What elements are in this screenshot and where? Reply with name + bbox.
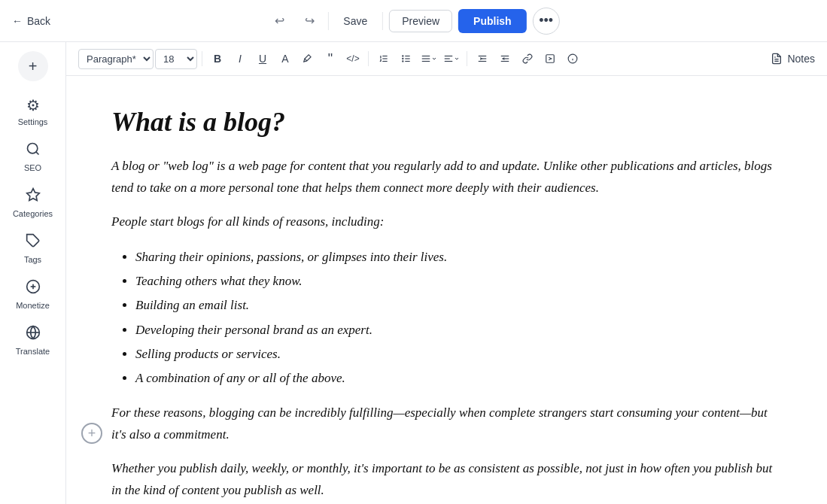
sidebar-item-tags[interactable]: Tags (5, 227, 62, 270)
svg-point-16 (403, 58, 403, 59)
ordered-list-button[interactable] (373, 48, 394, 69)
header-center-controls: ↩ ↪ Save Preview Publish ••• (267, 8, 559, 35)
link-button[interactable] (517, 48, 538, 69)
add-button[interactable]: + (18, 51, 48, 81)
svg-point-15 (403, 56, 403, 56)
list-item: Building an email list. (135, 293, 782, 317)
editor-paragraph-3: For these reasons, blogging can be incre… (111, 402, 782, 446)
sidebar-item-label: Monetize (16, 301, 50, 310)
svg-marker-2 (26, 189, 39, 201)
main-area: + ⚙ Settings SEO Categories (0, 42, 827, 504)
svg-point-17 (403, 61, 403, 62)
font-size-select[interactable]: 18 14 16 20 24 (155, 49, 197, 69)
info-button[interactable] (562, 48, 583, 69)
undo-button[interactable]: ↩ (267, 9, 291, 33)
indent-button[interactable] (472, 48, 493, 69)
toolbar: Paragraph* Heading 1 Heading 2 18 14 16 … (66, 42, 827, 76)
paragraph-style-select[interactable]: Paragraph* Heading 1 Heading 2 (78, 49, 154, 69)
text-highlight-button[interactable] (297, 48, 318, 69)
list-item: A combination of any or all of the above… (135, 366, 782, 390)
blockquote-button[interactable]: " (320, 48, 341, 69)
top-header: ← Back ↩ ↪ Save Preview Publish ••• (0, 0, 827, 42)
sidebar-item-translate[interactable]: Translate (5, 319, 62, 362)
sidebar: + ⚙ Settings SEO Categories (0, 42, 66, 504)
embed-button[interactable] (540, 48, 561, 69)
svg-rect-30 (546, 55, 555, 63)
notes-label: Notes (787, 53, 815, 65)
sidebar-item-label: Categories (13, 209, 53, 218)
sidebar-item-label: Translate (16, 347, 50, 356)
back-arrow-icon: ← (12, 15, 23, 27)
translate-icon (26, 325, 41, 344)
sidebar-item-settings[interactable]: ⚙ Settings (5, 90, 62, 132)
back-button[interactable]: ← Back (12, 15, 50, 27)
seo-icon (26, 141, 41, 160)
preview-button[interactable]: Preview (389, 10, 452, 32)
redo-button[interactable]: ↪ (297, 9, 321, 33)
text-color-button[interactable]: A (275, 48, 296, 69)
undo-icon: ↩ (275, 14, 284, 28)
svg-point-0 (27, 144, 37, 153)
editor-paragraph-4: Whether you publish daily, weekly, or mo… (111, 458, 782, 502)
toolbar-divider (202, 51, 202, 66)
italic-button[interactable]: I (230, 48, 251, 69)
more-options-button[interactable]: ••• (533, 8, 560, 35)
line-height-button[interactable] (441, 48, 462, 69)
list-item: Developing their personal brand as an ex… (135, 318, 782, 342)
editor-content[interactable]: What is a blog? A blog or "web log" is a… (66, 76, 827, 504)
editor-paragraph-1: A blog or "web log" is a web page for co… (111, 156, 782, 199)
editor-area: Paragraph* Heading 1 Heading 2 18 14 16 … (66, 42, 827, 504)
editor-title: What is a blog? (111, 106, 782, 138)
toolbar-divider3 (467, 51, 467, 66)
divider2 (382, 12, 383, 30)
toolbar-divider2 (368, 51, 369, 66)
back-label: Back (27, 15, 50, 27)
sidebar-item-label: Tags (24, 255, 41, 264)
add-icon: + (29, 58, 38, 75)
code-button[interactable]: </> (342, 48, 363, 69)
align-button[interactable] (418, 48, 439, 69)
categories-icon (26, 187, 41, 206)
sidebar-item-monetize[interactable]: Monetize (5, 273, 62, 316)
save-button[interactable]: Save (334, 11, 376, 32)
underline-button[interactable]: U (252, 48, 273, 69)
outdent-button[interactable] (494, 48, 515, 69)
sidebar-item-seo[interactable]: SEO (5, 135, 62, 178)
svg-line-1 (35, 152, 38, 155)
more-icon: ••• (539, 13, 553, 29)
divider (327, 12, 328, 30)
list-item: Selling products or services. (135, 342, 782, 366)
sidebar-item-label: SEO (24, 163, 41, 172)
list-item: Teaching others what they know. (135, 269, 782, 293)
monetize-icon (26, 279, 41, 298)
unordered-list-button[interactable] (396, 48, 417, 69)
tags-icon (26, 233, 41, 252)
editor-list: Sharing their opinions, passions, or gli… (135, 245, 782, 391)
editor-paragraph-2: People start blogs for all kinds of reas… (111, 211, 782, 233)
redo-icon: ↪ (305, 14, 315, 28)
bold-button[interactable]: B (207, 48, 228, 69)
settings-icon: ⚙ (26, 96, 40, 114)
add-block-button[interactable]: + (81, 423, 102, 444)
sidebar-item-categories[interactable]: Categories (5, 181, 62, 224)
publish-button[interactable]: Publish (458, 9, 527, 33)
list-item: Sharing their opinions, passions, or gli… (135, 245, 782, 269)
notes-button[interactable]: Notes (771, 53, 815, 65)
sidebar-item-label: Settings (18, 117, 48, 126)
